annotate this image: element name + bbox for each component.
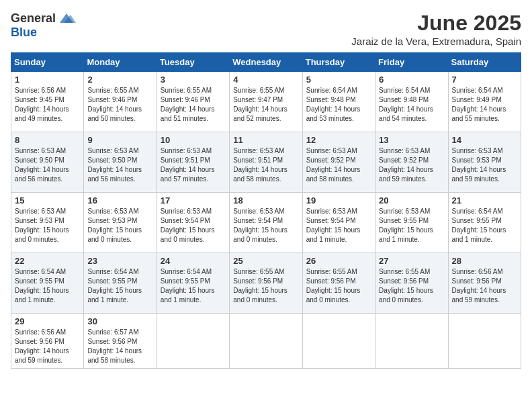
day-info: Sunrise: 6:54 AM Sunset: 9:48 PM Dayligh… (379, 86, 444, 124)
day-number: 3 (161, 75, 226, 85)
day-number: 24 (161, 256, 226, 266)
day-number: 1 (15, 75, 80, 85)
calendar-day-cell (302, 314, 375, 369)
calendar-day-cell: 11Sunrise: 6:53 AM Sunset: 9:51 PM Dayli… (230, 132, 302, 193)
day-info: Sunrise: 6:53 AM Sunset: 9:50 PM Dayligh… (87, 146, 152, 184)
calendar-day-cell: 5Sunrise: 6:54 AM Sunset: 9:48 PM Daylig… (302, 72, 375, 132)
calendar-day-cell: 7Sunrise: 6:54 AM Sunset: 9:49 PM Daylig… (448, 72, 521, 132)
calendar-day-cell: 15Sunrise: 6:53 AM Sunset: 9:53 PM Dayli… (11, 193, 84, 253)
day-number: 15 (15, 195, 80, 205)
calendar-day-cell: 24Sunrise: 6:54 AM Sunset: 9:55 PM Dayli… (157, 253, 229, 314)
day-info: Sunrise: 6:53 AM Sunset: 9:53 PM Dayligh… (15, 207, 80, 244)
day-number: 20 (379, 195, 444, 205)
weekday-header-wednesday: Wednesday (230, 53, 302, 72)
day-info: Sunrise: 6:55 AM Sunset: 9:56 PM Dayligh… (306, 267, 371, 305)
calendar-week-row: 15Sunrise: 6:53 AM Sunset: 9:53 PM Dayli… (11, 193, 521, 253)
day-number: 17 (161, 195, 226, 205)
calendar-subtitle: Jaraiz de la Vera, Extremadura, Spain (351, 36, 521, 47)
calendar-day-cell (448, 314, 521, 369)
day-number: 25 (233, 256, 298, 266)
calendar-day-cell: 6Sunrise: 6:54 AM Sunset: 9:48 PM Daylig… (375, 72, 448, 132)
day-number: 11 (233, 135, 298, 145)
day-info: Sunrise: 6:53 AM Sunset: 9:54 PM Dayligh… (306, 207, 371, 244)
calendar-body: 1Sunrise: 6:56 AM Sunset: 9:45 PM Daylig… (11, 72, 521, 369)
day-info: Sunrise: 6:53 AM Sunset: 9:52 PM Dayligh… (379, 146, 444, 184)
day-info: Sunrise: 6:55 AM Sunset: 9:46 PM Dayligh… (87, 86, 152, 124)
day-info: Sunrise: 6:54 AM Sunset: 9:55 PM Dayligh… (87, 267, 152, 305)
calendar-title: June 2025 (351, 11, 521, 36)
calendar-day-cell: 8Sunrise: 6:53 AM Sunset: 9:50 PM Daylig… (11, 132, 84, 193)
day-info: Sunrise: 6:54 AM Sunset: 9:55 PM Dayligh… (15, 267, 80, 305)
calendar-day-cell: 30Sunrise: 6:57 AM Sunset: 9:56 PM Dayli… (84, 314, 157, 369)
weekday-header-tuesday: Tuesday (157, 53, 229, 72)
calendar-day-cell: 21Sunrise: 6:54 AM Sunset: 9:55 PM Dayli… (448, 193, 521, 253)
day-info: Sunrise: 6:55 AM Sunset: 9:46 PM Dayligh… (161, 86, 226, 124)
calendar-day-cell: 2Sunrise: 6:55 AM Sunset: 9:46 PM Daylig… (84, 72, 157, 132)
day-number: 8 (15, 135, 80, 145)
day-number: 2 (87, 75, 152, 85)
day-info: Sunrise: 6:56 AM Sunset: 9:56 PM Dayligh… (452, 267, 517, 305)
day-number: 4 (233, 75, 298, 85)
day-number: 13 (379, 135, 444, 145)
weekday-header-saturday: Saturday (448, 53, 521, 72)
calendar-day-cell: 18Sunrise: 6:53 AM Sunset: 9:54 PM Dayli… (230, 193, 302, 253)
day-info: Sunrise: 6:54 AM Sunset: 9:55 PM Dayligh… (161, 267, 226, 305)
calendar-week-row: 22Sunrise: 6:54 AM Sunset: 9:55 PM Dayli… (11, 253, 521, 314)
day-info: Sunrise: 6:55 AM Sunset: 9:56 PM Dayligh… (379, 267, 444, 305)
day-number: 16 (87, 195, 152, 205)
day-number: 14 (452, 135, 517, 145)
day-number: 21 (452, 195, 517, 205)
calendar-day-cell: 9Sunrise: 6:53 AM Sunset: 9:50 PM Daylig… (84, 132, 157, 193)
day-number: 22 (15, 256, 80, 266)
calendar-header-row: SundayMondayTuesdayWednesdayThursdayFrid… (11, 53, 521, 72)
day-info: Sunrise: 6:54 AM Sunset: 9:55 PM Dayligh… (452, 207, 517, 244)
weekday-header-friday: Friday (375, 53, 448, 72)
day-number: 6 (379, 75, 444, 85)
day-info: Sunrise: 6:53 AM Sunset: 9:54 PM Dayligh… (161, 207, 226, 244)
day-number: 28 (452, 256, 517, 266)
day-number: 30 (87, 316, 152, 326)
page-header: General Blue June 2025 Jaraiz de la Vera… (11, 11, 521, 47)
calendar-day-cell: 13Sunrise: 6:53 AM Sunset: 9:52 PM Dayli… (375, 132, 448, 193)
day-number: 7 (452, 75, 517, 85)
day-number: 29 (15, 316, 80, 326)
calendar-week-row: 8Sunrise: 6:53 AM Sunset: 9:50 PM Daylig… (11, 132, 521, 193)
calendar-day-cell: 17Sunrise: 6:53 AM Sunset: 9:54 PM Dayli… (157, 193, 229, 253)
day-number: 10 (161, 135, 226, 145)
calendar-day-cell: 10Sunrise: 6:53 AM Sunset: 9:51 PM Dayli… (157, 132, 229, 193)
calendar-week-row: 29Sunrise: 6:56 AM Sunset: 9:56 PM Dayli… (11, 314, 521, 369)
day-number: 12 (306, 135, 371, 145)
calendar-day-cell: 12Sunrise: 6:53 AM Sunset: 9:52 PM Dayli… (302, 132, 375, 193)
calendar-day-cell: 27Sunrise: 6:55 AM Sunset: 9:56 PM Dayli… (375, 253, 448, 314)
day-number: 27 (379, 256, 444, 266)
calendar-table: SundayMondayTuesdayWednesdayThursdayFrid… (11, 52, 521, 369)
calendar-day-cell: 28Sunrise: 6:56 AM Sunset: 9:56 PM Dayli… (448, 253, 521, 314)
calendar-day-cell: 29Sunrise: 6:56 AM Sunset: 9:56 PM Dayli… (11, 314, 84, 369)
calendar-day-cell: 26Sunrise: 6:55 AM Sunset: 9:56 PM Dayli… (302, 253, 375, 314)
calendar-day-cell (157, 314, 229, 369)
day-info: Sunrise: 6:53 AM Sunset: 9:50 PM Dayligh… (15, 146, 80, 184)
day-number: 18 (233, 195, 298, 205)
title-area: June 2025 Jaraiz de la Vera, Extremadura… (351, 11, 521, 47)
logo-blue-text: Blue (11, 26, 37, 40)
calendar-day-cell: 22Sunrise: 6:54 AM Sunset: 9:55 PM Dayli… (11, 253, 84, 314)
calendar-day-cell: 25Sunrise: 6:55 AM Sunset: 9:56 PM Dayli… (230, 253, 302, 314)
calendar-day-cell: 16Sunrise: 6:53 AM Sunset: 9:53 PM Dayli… (84, 193, 157, 253)
logo-icon (57, 11, 76, 26)
day-info: Sunrise: 6:56 AM Sunset: 9:45 PM Dayligh… (15, 86, 80, 124)
day-number: 19 (306, 195, 371, 205)
calendar-day-cell: 14Sunrise: 6:53 AM Sunset: 9:53 PM Dayli… (448, 132, 521, 193)
logo-general-text: General (11, 11, 56, 26)
day-number: 5 (306, 75, 371, 85)
calendar-day-cell: 23Sunrise: 6:54 AM Sunset: 9:55 PM Dayli… (84, 253, 157, 314)
day-info: Sunrise: 6:53 AM Sunset: 9:51 PM Dayligh… (233, 146, 298, 184)
calendar-day-cell: 3Sunrise: 6:55 AM Sunset: 9:46 PM Daylig… (157, 72, 229, 132)
day-info: Sunrise: 6:55 AM Sunset: 9:47 PM Dayligh… (233, 86, 298, 124)
calendar-day-cell: 19Sunrise: 6:53 AM Sunset: 9:54 PM Dayli… (302, 193, 375, 253)
day-info: Sunrise: 6:53 AM Sunset: 9:54 PM Dayligh… (233, 207, 298, 244)
logo: General Blue (11, 11, 76, 40)
day-info: Sunrise: 6:53 AM Sunset: 9:51 PM Dayligh… (161, 146, 226, 184)
day-info: Sunrise: 6:53 AM Sunset: 9:52 PM Dayligh… (306, 146, 371, 184)
calendar-day-cell (375, 314, 448, 369)
calendar-day-cell: 1Sunrise: 6:56 AM Sunset: 9:45 PM Daylig… (11, 72, 84, 132)
